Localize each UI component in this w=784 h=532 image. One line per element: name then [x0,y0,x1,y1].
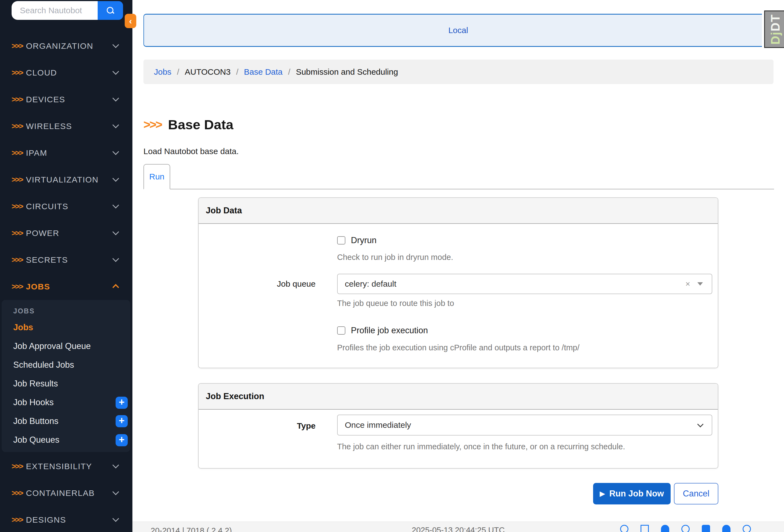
submenu-item-job-results[interactable]: Job Results [2,374,130,393]
job-queue-select[interactable]: celery: default × [337,274,712,294]
dryrun-checkbox[interactable] [337,236,345,244]
breadcrumb-autocon3: AUTOCON3 [185,67,231,77]
sidebar-item-label: POWER [26,229,59,238]
run-job-now-label: Run Job Now [609,489,664,499]
submenu-item-job-buttons[interactable]: Job Buttons [2,412,130,431]
triple-chevron-icon: >>> [11,282,26,291]
sidebar-item-circuits[interactable]: >>> CIRCUITS [0,193,133,220]
sidebar-item-organization[interactable]: >>> ORGANIZATION [0,32,133,59]
sidebar-item-label: SECRETS [26,255,68,265]
sidebar-item-devices[interactable]: >>> DEVICES [0,86,133,113]
footer-link-icon[interactable] [620,525,628,532]
chevron-down-icon [112,175,119,182]
type-help: The job can either run immediately, once… [337,442,625,451]
sidebar-item-cloud[interactable]: >>> CLOUD [0,59,133,86]
sidebar-item-power[interactable]: >>> POWER [0,220,133,246]
sidebar-item-label: CONTAINERLAB [26,489,94,498]
search-button[interactable] [97,1,123,20]
page: >>> ORGANIZATION >>> CLOUD >>> DEVICES >… [0,0,784,532]
footer-link-icon[interactable] [641,525,649,532]
djdt-handle-box: DjDT [764,10,784,48]
sidebar-item-label: DEVICES [26,95,65,104]
jobs-submenu: JOBS Jobs Job Approval Queue Scheduled J… [2,300,130,452]
add-job-queue-button[interactable]: + [116,434,128,446]
chevron-up-icon [112,284,119,291]
triple-chevron-icon: >>> [11,149,26,157]
footer-link-icon[interactable] [722,525,730,532]
add-job-hook-button[interactable]: + [116,397,128,409]
breadcrumb-base-data-link[interactable]: Base Data [244,67,282,77]
submenu-item-jobs[interactable]: Jobs [2,318,130,337]
job-execution-panel-title: Job Execution [199,384,718,410]
chevron-down-icon [112,122,119,128]
clear-icon[interactable]: × [685,279,690,289]
search-input[interactable] [11,1,97,20]
sidebar-item-designs[interactable]: >>> DESIGNS [0,506,133,532]
chevron-down-icon [697,282,703,286]
environment-banner: Local [143,14,773,47]
job-data-panel: Job Data Dryrun Check to run job in dryr… [198,197,718,368]
profile-job-execution-checkbox[interactable] [337,326,345,335]
footer-link-icon[interactable] [681,525,690,532]
page-title-text: Base Data [168,117,233,132]
banner-label: Local [448,26,468,35]
chevron-down-icon [112,515,119,522]
type-select[interactable]: Once immediately [337,415,712,436]
sidebar-item-label: CIRCUITS [26,202,68,211]
submenu-item-job-hooks[interactable]: Job Hooks [2,393,130,412]
submenu-item-job-approval-queue[interactable]: Job Approval Queue [2,337,130,356]
footer-link-icon[interactable] [702,525,710,532]
sidebar-item-label: IPAM [26,148,47,158]
djdt-label: DjDT [769,14,782,45]
sidebar-item-containerlab[interactable]: >>> CONTAINERLAB [0,480,133,506]
sidebar-item-secrets[interactable]: >>> SECRETS [0,246,133,273]
submenu-item-scheduled-jobs[interactable]: Scheduled Jobs [2,356,130,374]
dryrun-label: Dryrun [351,235,376,245]
search-icon [106,6,114,14]
chevron-down-icon [112,489,119,495]
chevron-down-icon [112,68,119,75]
submenu-item-job-queues[interactable]: Job Queues [2,431,130,449]
run-job-now-button[interactable]: ▶ Run Job Now [593,483,671,504]
sidebar-item-label: ORGANIZATION [26,41,93,51]
sidebar-item-extensibility[interactable]: >>> EXTENSIBILITY [0,453,133,480]
footer-link-icon[interactable] [661,525,669,532]
footer-link-icon[interactable] [743,525,751,532]
job-queue-label: Job queue [199,279,315,289]
sidebar-item-ipam[interactable]: >>> IPAM [0,140,133,166]
breadcrumb-separator: / [288,67,290,77]
page-title: >>> Base Data [143,117,233,132]
jobs-submenu-header: JOBS [2,300,130,318]
breadcrumb: Jobs / AUTOCON3 / Base Data / Submission… [143,60,774,84]
sidebar-item-jobs[interactable]: >>> JOBS [0,273,133,300]
sidebar-item-virtualization[interactable]: >>> VIRTUALIZATION [0,166,133,193]
django-debug-toolbar-handle[interactable]: DjDT [762,8,784,50]
tab-bar: Run [143,165,774,189]
triple-chevron-icon: >>> [11,41,26,51]
sidebar-nav-bottom: >>> EXTENSIBILITY >>> CONTAINERLAB >>> D… [0,453,133,532]
breadcrumb-jobs-link[interactable]: Jobs [154,67,171,77]
sidebar-item-label: VIRTUALIZATION [26,175,99,184]
sidebar-item-wireless[interactable]: >>> WIRELESS [0,113,133,140]
chevron-down-icon [112,95,119,101]
type-label: Type [199,421,315,431]
profile-job-execution-help: Profiles the job execution using cProfil… [337,343,580,352]
search-bar [11,1,123,20]
sidebar-nav: >>> ORGANIZATION >>> CLOUD >>> DEVICES >… [0,32,133,300]
triple-chevron-icon: >>> [11,175,26,184]
job-queue-value: celery: default [345,279,396,289]
triple-chevron-icon: >>> [11,515,26,524]
footer-links [620,525,751,532]
triple-chevron-icon: >>> [11,202,26,211]
add-job-button-button[interactable]: + [116,415,128,427]
sidebar-item-label: WIRELESS [26,122,72,131]
page-description: Load Nautobot base data. [143,147,239,156]
triple-chevron-icon: >>> [11,229,26,238]
triple-chevron-icon: >>> [11,256,26,264]
sidebar-collapse-button[interactable]: ‹ [125,14,136,28]
job-queue-help: The job queue to route this job to [337,299,454,308]
chevron-down-icon [697,421,704,427]
tab-run[interactable]: Run [143,164,170,189]
cancel-button[interactable]: Cancel [674,483,718,504]
sidebar: >>> ORGANIZATION >>> CLOUD >>> DEVICES >… [0,0,133,532]
